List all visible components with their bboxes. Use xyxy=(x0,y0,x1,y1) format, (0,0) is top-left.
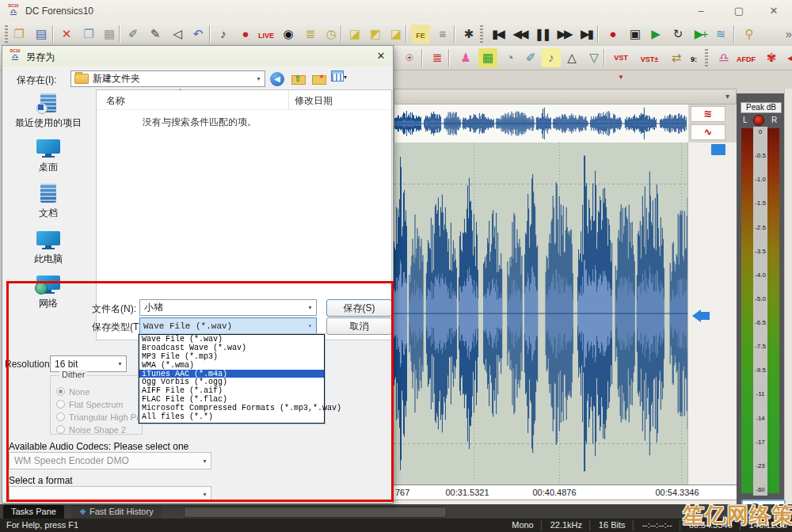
pause-icon[interactable]: ❚❚ xyxy=(532,25,551,44)
stamp-icon[interactable]: ⍟ xyxy=(400,48,419,67)
waveform-strip-button[interactable]: ∿ xyxy=(691,124,725,140)
format-option[interactable]: Wave File (*.wav) xyxy=(139,335,324,344)
gauge-icon[interactable]: ◔ xyxy=(501,48,520,67)
format-option[interactable]: Broadcast Wave (*.wav) xyxy=(139,344,324,352)
main-waveform-canvas[interactable] xyxy=(394,142,687,484)
format-option[interactable]: FLAC File (*.flac) xyxy=(139,395,324,404)
envelope-tool-2-icon[interactable]: ◩ xyxy=(366,25,385,44)
record-icon[interactable]: ● xyxy=(604,25,623,44)
radio-icon[interactable] xyxy=(56,400,65,408)
meter-knob-icon[interactable] xyxy=(753,115,764,126)
fast-edit-icon[interactable]: FE xyxy=(411,25,430,44)
stop-icon[interactable]: ▣ xyxy=(626,25,645,44)
chevron-down-icon[interactable]: ▾ xyxy=(304,322,316,329)
copy-icon[interactable]: ❐ xyxy=(79,25,98,44)
toolbar-overflow-icon[interactable]: » xyxy=(779,25,792,44)
pencil-tool-icon[interactable]: ✎ xyxy=(146,25,165,44)
skip-end-icon[interactable]: ▶▮ xyxy=(577,25,596,44)
filetype-combobox[interactable]: Wave File (*.wav) ▾ xyxy=(139,317,317,334)
up-one-level-button[interactable]: ⇧ xyxy=(289,70,307,87)
frames-icon[interactable]: ≡ xyxy=(433,25,452,44)
limiter-lamp-2-icon[interactable]: ▽ xyxy=(584,48,604,67)
record-control-icon[interactable]: ● xyxy=(236,25,255,44)
play-icon[interactable]: ▶ xyxy=(646,25,665,44)
spectrum-chart-icon[interactable]: ▦ xyxy=(478,48,497,67)
undo-icon[interactable]: ↶ xyxy=(188,25,208,44)
column-header-name[interactable]: 名称 xyxy=(106,94,125,108)
cancel-button[interactable]: 取消 xyxy=(326,317,392,335)
arrow-partial-icon[interactable]: ◀ xyxy=(782,48,792,67)
levels-icon[interactable]: ≣ xyxy=(301,25,320,44)
dialog-close-icon[interactable]: ✕ xyxy=(373,49,389,63)
vst-params-icon[interactable]: VST± xyxy=(640,48,659,67)
mute-icon[interactable]: ◁ xyxy=(168,25,187,44)
radio-icon[interactable] xyxy=(56,425,65,434)
dither-option-none[interactable]: None xyxy=(56,386,89,396)
minimize-button[interactable]: – xyxy=(687,3,714,19)
paste-icon[interactable]: ▦ xyxy=(100,25,119,44)
forensics-scales-icon[interactable]: ♎ xyxy=(714,48,733,67)
back-button[interactable]: ◀ xyxy=(268,70,286,87)
skip-start-icon[interactable]: ▮◀ xyxy=(488,25,507,44)
rewind-icon[interactable]: ◀◀ xyxy=(510,25,529,44)
chevron-down-icon[interactable]: ▾ xyxy=(725,92,729,101)
chevron-down-icon[interactable]: ▾ xyxy=(114,360,126,367)
format-combobox[interactable]: ▾ xyxy=(9,486,211,502)
calibrate-tools-icon[interactable]: ✐ xyxy=(124,25,143,44)
filename-combobox[interactable]: 小猪 ▾ xyxy=(139,299,317,316)
column-header-date[interactable]: 修改日期 xyxy=(295,94,333,108)
format-option[interactable]: AIFF File (*.aif) xyxy=(139,386,324,395)
dither-option-triangular-high-pass[interactable]: Triangular High Pass xyxy=(56,411,150,421)
settings-gear-icon[interactable]: ✱ xyxy=(459,25,478,44)
waves-icon[interactable]: ≋ xyxy=(711,25,730,44)
codec-combobox[interactable]: WM Speech Encoder DMO ▾ xyxy=(9,452,211,469)
format-option[interactable]: WMA (*.wma) xyxy=(139,361,324,370)
lips-icon[interactable]: ✾ xyxy=(762,48,781,67)
new-folder-button[interactable]: ✶ xyxy=(310,70,327,87)
play-append-icon[interactable]: ▶+ xyxy=(691,25,710,44)
sidebar-item-computer[interactable]: 此电脑 xyxy=(4,230,93,266)
dither-option-noise-shape-2[interactable]: Noise Shape 2 xyxy=(56,424,126,434)
radio-icon[interactable] xyxy=(56,387,65,396)
wave-window-header[interactable]: ▾ xyxy=(394,89,737,104)
filetype-dropdown-list[interactable]: Wave File (*.wav)Broadcast Wave (*.wav)M… xyxy=(139,334,325,424)
scrollbar-thumb[interactable] xyxy=(711,144,725,155)
toolbar-grip[interactable] xyxy=(705,49,708,66)
eq-speaker-icon[interactable]: ≣ xyxy=(428,48,447,67)
close-button[interactable]: ✕ xyxy=(760,3,787,19)
save-file-icon[interactable]: ▤ xyxy=(32,25,51,44)
maximize-button[interactable]: ▢ xyxy=(725,3,752,19)
envelope-tool-icon[interactable]: ◪ xyxy=(345,25,364,44)
toolbar-grip[interactable] xyxy=(5,25,8,43)
format-option[interactable]: Microsoft Compressed Formats (*.mp3,*.wa… xyxy=(139,404,324,412)
chevron-down-icon[interactable]: ▾ xyxy=(304,304,316,311)
chevron-down-icon[interactable]: ▾ xyxy=(199,491,211,498)
sidebar-item-recent[interactable]: 最近使用的项目 xyxy=(4,93,93,130)
format-option[interactable]: MP3 File (*.mp3) xyxy=(139,352,324,361)
sidebar-item-network[interactable]: 网络 xyxy=(4,274,93,310)
swap-channels-icon[interactable]: ⇄ xyxy=(667,48,686,67)
tab-fast-edit-history[interactable]: ❖Fast Edit History xyxy=(71,505,162,519)
live-mode-icon[interactable]: LIVE xyxy=(257,25,276,44)
music-note-icon[interactable]: ♪ xyxy=(542,48,561,67)
loop-play-icon[interactable]: ↻ xyxy=(668,25,687,44)
sidebar-item-documents[interactable]: 文档 xyxy=(4,184,93,220)
overview-waveform-canvas[interactable] xyxy=(394,106,687,141)
zoom-tool-icon[interactable]: ⚲ xyxy=(740,25,759,44)
brush-icon[interactable]: ✐ xyxy=(521,48,540,67)
dither-option-flat-spectrum[interactable]: Flat Spectrum xyxy=(56,398,123,408)
limiter-lamp-icon[interactable]: △ xyxy=(562,48,581,67)
format-option[interactable]: iTunes AAC (*.m4a) xyxy=(139,370,324,378)
chevron-down-icon[interactable]: ▾ xyxy=(253,75,265,82)
toolbar-grip[interactable] xyxy=(480,25,483,43)
column-divider[interactable] xyxy=(288,90,289,109)
radio-icon[interactable] xyxy=(56,412,65,421)
spectral-strip-button[interactable]: ≋ xyxy=(691,106,725,122)
chevron-down-icon[interactable]: ▾ xyxy=(199,458,211,465)
waveform-overview[interactable] xyxy=(394,104,688,142)
views-menu-button[interactable]: ▾ xyxy=(330,70,348,87)
envelope-tool-3-icon[interactable]: ◪ xyxy=(386,25,406,44)
note-edit-icon[interactable]: ♪ xyxy=(214,25,233,44)
open-file-icon[interactable]: ❐ xyxy=(10,25,29,44)
tab-tasks-pane[interactable]: Tasks Pane xyxy=(3,505,64,519)
